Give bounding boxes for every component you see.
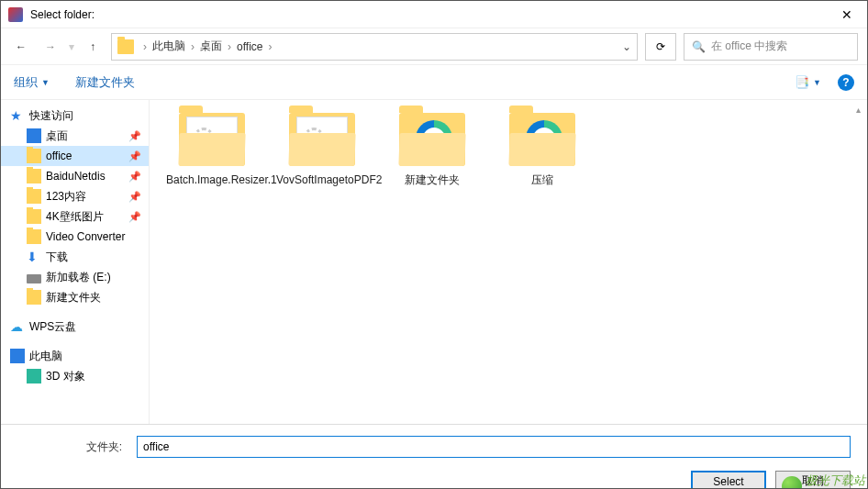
select-button[interactable]: Select — [691, 471, 766, 489]
window-title: Select folder: — [30, 8, 826, 21]
view-icon: 📑 — [795, 75, 809, 89]
folder-icon — [27, 189, 41, 204]
sidebar-wps[interactable]: ☁ WPS云盘 — [1, 317, 149, 337]
folder-icon — [27, 169, 41, 183]
close-button[interactable]: ✕ — [826, 1, 867, 28]
folder-label: 压缩 — [496, 173, 588, 188]
sidebar-label: 桌面 — [46, 128, 68, 144]
content-area[interactable]: ▴ Batch.Image.Resizer.1 VovSoftImagetoPD… — [150, 100, 867, 424]
chevron-down-icon: ▼ — [41, 78, 50, 87]
breadcrumb-item[interactable]: 此电脑 — [150, 39, 187, 54]
sidebar-label: WPS云盘 — [29, 319, 76, 335]
folder-label: Batch.Image.Resizer.1 — [166, 173, 258, 188]
cube-icon — [27, 369, 41, 383]
chevron-right-icon: › — [224, 40, 235, 53]
help-button[interactable]: ? — [838, 74, 854, 91]
chevron-right-icon: › — [139, 40, 150, 53]
folder-name-input[interactable] — [137, 436, 851, 458]
new-folder-label: 新建文件夹 — [75, 74, 135, 91]
sidebar-label: BaiduNetdis — [46, 170, 106, 183]
folder-icon — [27, 290, 41, 305]
folder-icon — [289, 113, 355, 166]
sidebar-item-123[interactable]: 123内容 📌 — [1, 186, 149, 206]
sidebar-3d-objects[interactable]: 3D 对象 — [1, 366, 149, 386]
sidebar-label: office — [46, 150, 72, 162]
new-folder-button[interactable]: 新建文件夹 — [75, 74, 135, 91]
folder-vovsoft[interactable]: VovSoftImagetoPDF2 — [276, 113, 368, 188]
folder-label: 新建文件夹 — [386, 173, 478, 188]
folder-new[interactable]: 新建文件夹 — [386, 113, 478, 188]
desktop-icon — [27, 128, 41, 143]
search-input[interactable]: 🔍 在 office 中搜索 — [684, 33, 858, 61]
chevron-right-icon: › — [264, 40, 275, 53]
star-icon: ★ — [10, 108, 25, 123]
pin-icon: 📌 — [128, 171, 141, 183]
folder-icon — [117, 39, 134, 54]
sidebar-label: 新建文件夹 — [46, 290, 101, 306]
sidebar-label: 新加载卷 (E:) — [46, 270, 111, 285]
folder-icon — [509, 113, 575, 166]
search-placeholder: 在 office 中搜索 — [711, 39, 787, 54]
cloud-icon: ☁ — [10, 319, 25, 334]
search-icon: 🔍 — [692, 40, 706, 53]
sidebar-label: 快速访问 — [29, 108, 73, 124]
folder-icon — [27, 229, 41, 244]
download-icon: ⬇ — [27, 250, 41, 264]
pc-icon — [10, 349, 25, 363]
pin-icon: 📌 — [128, 130, 141, 142]
sidebar-label: 123内容 — [46, 189, 86, 205]
pin-icon: 📌 — [128, 211, 141, 223]
sidebar-label: 3D 对象 — [46, 369, 85, 384]
breadcrumb-item[interactable]: 桌面 — [198, 39, 224, 54]
forward-button: → — [39, 36, 61, 58]
scroll-up-icon[interactable]: ▴ — [851, 102, 865, 117]
sidebar-this-pc[interactable]: 此电脑 — [1, 346, 149, 366]
up-button[interactable]: ↑ — [82, 36, 104, 58]
sidebar-item-baidunetdisk[interactable]: BaiduNetdis 📌 — [1, 166, 149, 186]
folder-label: VovSoftImagetoPDF2 — [276, 173, 368, 188]
folder-batch-image-resizer[interactable]: Batch.Image.Resizer.1 — [166, 113, 258, 188]
chevron-right-icon: › — [187, 40, 198, 53]
organize-label: 组织 — [14, 74, 38, 91]
folder-icon — [399, 113, 465, 166]
sidebar-quick-access[interactable]: ★ 快速访问 — [1, 106, 149, 126]
pin-icon: 📌 — [128, 191, 141, 203]
address-bar[interactable]: › 此电脑 › 桌面 › office › ⌄ — [111, 33, 638, 61]
sidebar-item-videoconv[interactable]: Video Converter — [1, 227, 149, 247]
address-dropdown[interactable]: ⌄ — [622, 40, 631, 53]
sidebar-item-newfolder[interactable]: 新建文件夹 — [1, 287, 149, 307]
sidebar-label: 此电脑 — [29, 349, 62, 364]
nav-separator: ▾ — [69, 40, 74, 53]
cancel-button[interactable]: 取消 — [775, 471, 851, 489]
pin-icon: 📌 — [128, 150, 141, 162]
sidebar-item-drive-e[interactable]: 新加载卷 (E:) — [1, 267, 149, 287]
breadcrumb-item[interactable]: office — [235, 40, 264, 53]
folder-icon — [179, 113, 245, 166]
sidebar-item-4k[interactable]: 4K壁纸图片 📌 — [1, 206, 149, 227]
sidebar-item-desktop[interactable]: 桌面 📌 — [1, 126, 149, 146]
sidebar-label: Video Converter — [46, 230, 126, 243]
folder-name-label: 文件夹: — [17, 439, 128, 455]
sidebar: ★ 快速访问 桌面 📌 office 📌 BaiduNetdis 📌 123内容… — [1, 100, 150, 424]
refresh-button[interactable]: ⟳ — [645, 33, 676, 61]
back-button[interactable]: ← — [10, 36, 32, 58]
sidebar-label: 4K壁纸图片 — [46, 209, 104, 225]
chevron-down-icon: ▼ — [813, 78, 821, 87]
sidebar-label: 下载 — [46, 250, 68, 265]
organize-menu[interactable]: 组织 ▼ — [14, 74, 50, 91]
sidebar-item-downloads[interactable]: ⬇ 下载 — [1, 247, 149, 267]
folder-icon — [27, 209, 41, 224]
folder-icon — [27, 149, 41, 163]
app-icon — [8, 7, 23, 22]
sidebar-item-office[interactable]: office 📌 — [1, 146, 149, 166]
view-menu[interactable]: 📑 ▼ — [795, 75, 821, 89]
drive-icon — [27, 274, 41, 283]
folder-compress[interactable]: 压缩 — [496, 113, 588, 188]
